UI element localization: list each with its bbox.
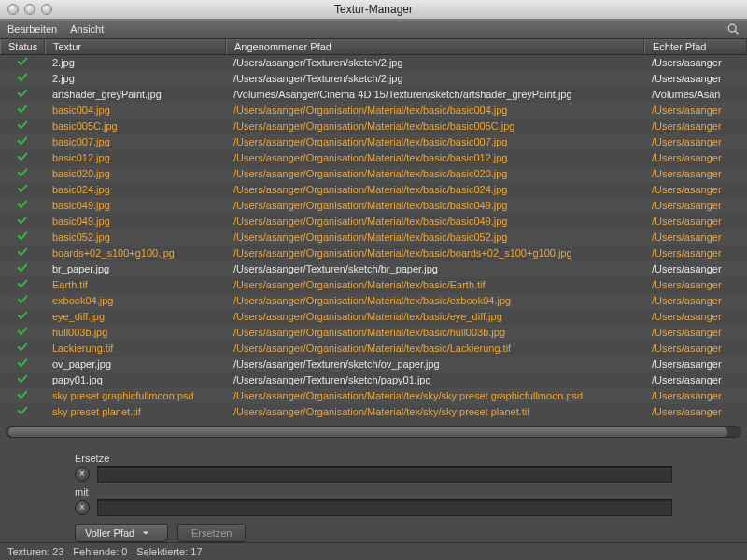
check-icon [17, 167, 28, 180]
status-cell [0, 310, 45, 323]
status-cell [0, 373, 45, 386]
status-cell [0, 294, 45, 307]
check-icon [17, 357, 28, 371]
real-path-cell: /Users/asanger [644, 247, 747, 259]
check-icon [17, 262, 28, 275]
check-icon [17, 215, 28, 228]
check-icon [17, 310, 28, 323]
assumed-path-cell: /Users/asanger/Organisation/Material/tex… [226, 247, 644, 259]
table-row[interactable]: basic004.jpg/Users/asanger/Organisation/… [0, 103, 747, 119]
menubar: Bearbeiten Ansicht [0, 20, 747, 39]
path-mode-dropdown[interactable]: Voller Pfad [75, 524, 168, 542]
clear-with-input-button[interactable]: × [75, 500, 90, 515]
check-icon [17, 373, 28, 386]
assumed-path-cell: /Users/asanger/Organisation/Material/tex… [226, 152, 644, 163]
table-row[interactable]: boards+02_s100+g100.jpg/Users/asanger/Or… [0, 245, 747, 261]
menu-view[interactable]: Ansicht [70, 23, 104, 35]
with-input[interactable] [97, 499, 672, 516]
real-path-cell: /Users/asanger [644, 295, 747, 306]
check-icon [17, 246, 28, 259]
table-row[interactable]: exbook04.jpg/Users/asanger/Organisation/… [0, 293, 747, 309]
texture-cell: eye_diff.jpg [45, 311, 226, 322]
assumed-path-cell: /Users/asanger/Organisation/Material/tex… [226, 216, 644, 227]
scrollbar-thumb[interactable] [8, 427, 727, 437]
real-path-cell: /Users/asanger [644, 168, 747, 179]
table-row[interactable]: basic020.jpg/Users/asanger/Organisation/… [0, 166, 747, 182]
replace-label: Ersetze [75, 453, 672, 464]
clear-replace-input-button[interactable]: × [75, 467, 90, 482]
status-cell [0, 231, 45, 244]
replace-input[interactable] [97, 466, 672, 483]
search-icon[interactable] [726, 22, 740, 35]
real-path-cell: /Users/asanger [644, 57, 747, 68]
check-icon [17, 342, 28, 355]
texture-cell: exbook04.jpg [45, 295, 226, 306]
table-row[interactable]: ov_paper.jpg/Users/asanger/Texturen/sket… [0, 357, 747, 372]
table-row[interactable]: 2.jpg/Users/asanger/Texturen/sketch/2.jp… [0, 55, 747, 71]
texture-cell: sky preset graphicfullmoon.psd [45, 390, 226, 401]
real-path-cell: /Users/asanger [644, 73, 747, 84]
status-text: Texturen: 23 - Fehlende: 0 - Selektierte… [7, 546, 203, 557]
texture-cell: Lackierung.tif [45, 343, 226, 354]
table-body: 2.jpg/Users/asanger/Texturen/sketch/2.jp… [0, 55, 747, 420]
table-row[interactable]: papy01.jpg/Users/asanger/Texturen/sketch… [0, 372, 747, 388]
check-icon [17, 405, 28, 418]
table-row[interactable]: eye_diff.jpg/Users/asanger/Organisation/… [0, 309, 747, 325]
table-row[interactable]: artshader_greyPaint.jpg/Volumes/Asanger/… [0, 87, 747, 103]
table-row[interactable]: hull003b.jpg/Users/asanger/Organisation/… [0, 325, 747, 341]
status-cell [0, 72, 45, 85]
column-header-real-path[interactable]: Echter Pfad [644, 39, 747, 54]
real-path-cell: /Users/asanger [644, 263, 747, 274]
status-cell [0, 104, 45, 117]
assumed-path-cell: /Users/asanger/Texturen/sketch/ov_paper.… [226, 358, 644, 370]
assumed-path-cell: /Users/asanger/Texturen/sketch/2.jpg [226, 73, 644, 84]
table-row[interactable]: Earth.tif/Users/asanger/Organisation/Mat… [0, 277, 747, 293]
table-header: Status Textur Angenommener Pfad Echter P… [0, 39, 747, 55]
check-icon [17, 199, 28, 212]
assumed-path-cell: /Users/asanger/Organisation/Material/tex… [226, 136, 644, 147]
status-cell [0, 119, 45, 133]
assumed-path-cell: /Users/asanger/Texturen/sketch/br_paper.… [226, 263, 644, 274]
table-row[interactable]: basic049.jpg/Users/asanger/Organisation/… [0, 214, 747, 230]
table-row[interactable]: basic005C.jpg/Users/asanger/Organisation… [0, 119, 747, 134]
horizontal-scrollbar[interactable] [6, 426, 741, 438]
column-header-status[interactable]: Status [0, 39, 45, 54]
status-cell [0, 215, 45, 228]
menu-edit[interactable]: Bearbeiten [7, 23, 57, 35]
table-row[interactable]: sky preset graphicfullmoon.psd/Users/asa… [0, 388, 747, 404]
column-header-texture[interactable]: Textur [45, 39, 226, 54]
status-bar: Texturen: 23 - Fehlende: 0 - Selektierte… [0, 542, 747, 560]
texture-cell: 2.jpg [45, 73, 226, 84]
texture-cell: papy01.jpg [45, 374, 226, 385]
table-row[interactable]: basic052.jpg/Users/asanger/Organisation/… [0, 230, 747, 245]
assumed-path-cell: /Users/asanger/Organisation/Material/tex… [226, 168, 644, 179]
table-row[interactable]: sky preset planet.tif/Users/asanger/Orga… [0, 404, 747, 420]
check-icon [17, 119, 28, 133]
table-row[interactable]: basic012.jpg/Users/asanger/Organisation/… [0, 150, 747, 166]
texture-cell: basic004.jpg [45, 105, 226, 116]
table-row[interactable]: basic049.jpg/Users/asanger/Organisation/… [0, 198, 747, 214]
assumed-path-cell: /Users/asanger/Organisation/Material/tex… [226, 406, 644, 417]
texture-cell: basic020.jpg [45, 168, 226, 179]
assumed-path-cell: /Users/asanger/Organisation/Material/tex… [226, 327, 644, 338]
real-path-cell: /Users/asanger [644, 120, 747, 132]
texture-cell: basic012.jpg [45, 152, 226, 163]
status-cell [0, 167, 45, 180]
assumed-path-cell: /Users/asanger/Organisation/Material/tex… [226, 105, 644, 116]
table-row[interactable]: br_paper.jpg/Users/asanger/Texturen/sket… [0, 261, 747, 277]
table-row[interactable]: 2.jpg/Users/asanger/Texturen/sketch/2.jp… [0, 71, 747, 87]
texture-cell: basic024.jpg [45, 184, 226, 195]
assumed-path-cell: /Volumes/Asanger/Cinema 4D 15/Texturen/s… [226, 89, 644, 100]
table-row[interactable]: basic024.jpg/Users/asanger/Organisation/… [0, 182, 747, 198]
check-icon [17, 326, 28, 339]
svg-point-0 [728, 24, 736, 32]
check-icon [17, 294, 28, 307]
texture-cell: 2.jpg [45, 57, 226, 68]
status-cell [0, 389, 45, 402]
texture-cell: hull003b.jpg [45, 327, 226, 338]
table-row[interactable]: Lackierung.tif/Users/asanger/Organisatio… [0, 341, 747, 357]
replace-button[interactable]: Ersetzen [177, 524, 246, 542]
real-path-cell: /Users/asanger [644, 406, 747, 417]
table-row[interactable]: basic007.jpg/Users/asanger/Organisation/… [0, 134, 747, 150]
column-header-assumed-path[interactable]: Angenommener Pfad [226, 39, 644, 54]
